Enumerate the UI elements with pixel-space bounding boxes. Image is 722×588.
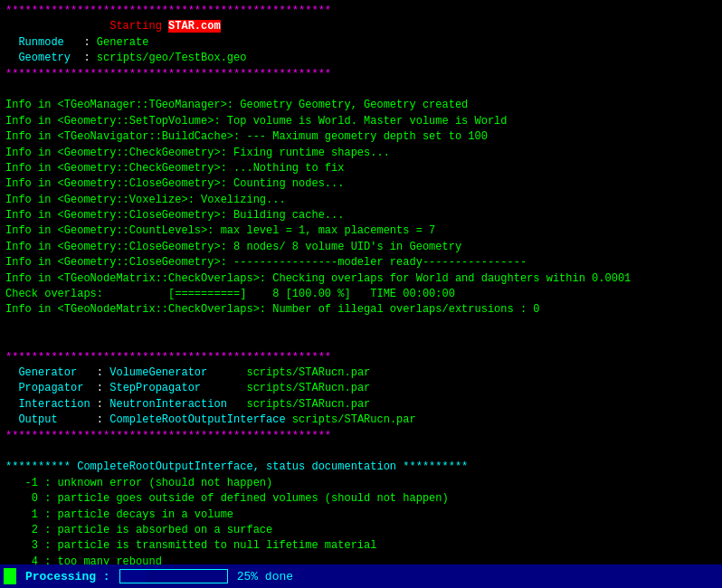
propagator-value: StepPropagator [109,382,246,394]
processing-label: Processing : [20,568,116,585]
info-line-1: Info in <TGeoManager::TGeoManager>: Geom… [5,98,717,113]
info-line-10: Info in <Geometry::CloseGeometry>: 8 nod… [5,240,717,255]
info-line-6: Info in <Geometry::CloseGeometry>: Count… [5,176,717,192]
output-line: Output : CompleteRootOutputInterface scr… [5,413,717,428]
interaction-value: NeutronInteraction [109,398,246,411]
generator-colon: : [90,366,110,379]
info-line-2: Info in <Geometry::SetTopVolume>: Top vo… [5,114,717,129]
progress-bar [119,569,228,583]
info-line-4: Info in <Geometry::CheckGeometry>: Fixin… [5,146,717,161]
output-colon: : [90,413,110,426]
geometry-colon: : [77,52,97,64]
star-com-highlight: STAR.com [168,20,221,33]
output-value: CompleteRootOutputInterface [109,413,285,426]
blank-2 [5,318,717,334]
status-line-2: 2 : particle is absorbed on a surface [5,523,717,538]
geometry-line: Geometry : scripts/geo/TestBox.geo [5,51,717,66]
progress-bar-fill [120,570,147,583]
propagator-label: Propagator [5,382,90,394]
blank-3 [5,334,717,349]
info-line-3: Info in <TGeoNavigator::BuildCache>: ---… [5,129,717,145]
blank-1 [5,82,717,98]
status-line-neg1: -1 : unknown error (should not happen) [5,476,717,491]
status-line-0: 0 : particle goes outside of defined vol… [5,491,717,507]
generator-line: Generator : VolumeGenerator scripts/STAR… [5,365,717,381]
info-line-5: Info in <Geometry::CheckGeometry>: ...No… [5,161,717,176]
output-script: scripts/STARucn.par [286,413,416,426]
propagator-colon: : [90,382,110,394]
status-line-1: 1 : particle decays in a volume [5,507,717,523]
generator-label: Generator [5,366,90,379]
info-line-7: Info in <Geometry::Voxelize>: Voxelizing… [5,193,717,208]
runmode-line: Runmode : Generate [5,35,717,51]
runmode-colon: : [77,36,97,49]
info-line-9: Info in <Geometry::CountLevels>: max lev… [5,223,717,239]
interaction-label: Interaction [5,398,90,411]
info-line-11: Info in <Geometry::CloseGeometry>: -----… [5,255,717,270]
output-label: Output [5,413,90,426]
interaction-colon: : [90,398,110,411]
stars-line-3: ****************************************… [5,350,717,365]
stars-line-2: ****************************************… [5,67,717,82]
info-line-13: Check overlaps: [==========] 8 [100.00 %… [5,287,717,302]
progress-text: 25% done [237,570,293,583]
starting-line: Starting STAR.com [5,19,717,34]
runmode-value: Generate [97,36,149,49]
starting-text: Starting [5,20,168,33]
propagator-script: scripts/STARucn.par [246,382,370,394]
info-line-14: Info in <TGeoNodeMatrix::CheckOverlaps>:… [5,302,717,318]
status-line-3: 3 : particle is transmitted to null life… [5,538,717,554]
generator-value: VolumeGenerator [109,366,246,379]
interaction-line: Interaction : NeutronInteraction scripts… [5,397,717,413]
blank-4 [5,444,717,460]
terminal-output: ****************************************… [0,0,722,564]
complete-line: ********** CompleteRootOutputInterface, … [5,460,717,475]
green-indicator [4,568,16,584]
geometry-value: scripts/geo/TestBox.geo [97,52,247,64]
complete-text: ********** CompleteRootOutputInterface, … [5,460,468,473]
info-line-8: Info in <Geometry::CloseGeometry>: Build… [5,208,717,223]
info-line-12: Info in <TGeoNodeMatrix::CheckOverlaps>:… [5,271,717,287]
propagator-line: Propagator : StepPropagator scripts/STAR… [5,381,717,396]
stars-line-4: ****************************************… [5,429,717,444]
runmode-label: Runmode [5,36,77,49]
geometry-label: Geometry [5,52,77,64]
status-line-4: 4 : too many rebound [5,555,717,564]
stars-line-1: ****************************************… [5,4,717,19]
generator-script: scripts/STARucn.par [246,366,370,379]
status-bar: Processing : 25% done [0,564,722,588]
interaction-script: scripts/STARucn.par [246,398,370,411]
